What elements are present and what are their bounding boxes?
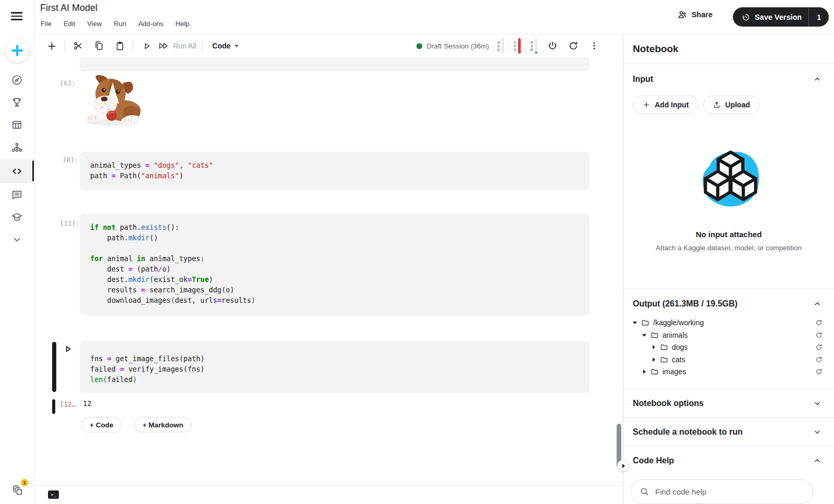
code-cell[interactable]: if not path.exists(): path.mkdir() for a… <box>80 214 590 316</box>
scissors-icon <box>73 41 83 51</box>
tree-row-cats[interactable]: cats <box>631 353 823 366</box>
left-rail: 1 <box>0 0 34 504</box>
tree-row-kaggle-working[interactable]: /kaggle/working <box>631 316 823 329</box>
comment-icon <box>11 189 23 201</box>
tree-row-dogs[interactable]: dogs <box>631 341 823 353</box>
caret-down-icon[interactable] <box>640 333 648 338</box>
code-help-search-input[interactable] <box>655 487 804 496</box>
meter-divider <box>525 38 526 54</box>
code-cell-selected[interactable]: fns = get_image_files(path)failed = veri… <box>80 341 590 393</box>
code-line: if not path.exists(): <box>90 222 579 232</box>
chevron-down-icon[interactable] <box>813 428 821 436</box>
copy-button[interactable] <box>92 39 106 53</box>
rail-item-competitions[interactable] <box>0 91 34 114</box>
tree-node-label: images <box>663 367 686 376</box>
notebook-options-header[interactable]: Notebook options <box>623 389 834 417</box>
output-section-header[interactable]: Output (261.3MB / 19.5GB) <box>623 289 834 315</box>
menu-help[interactable]: Help <box>176 20 190 28</box>
code-line: for animal in animal_types: <box>90 253 579 264</box>
version-count-badge[interactable]: 1 <box>809 13 829 21</box>
menu-edit[interactable]: Edit <box>64 20 75 28</box>
code-line <box>90 243 579 253</box>
table-icon <box>11 119 23 131</box>
tree-row-animals[interactable]: animals <box>631 329 823 341</box>
more-options-button[interactable] <box>587 39 601 53</box>
menu-file[interactable]: File <box>41 20 52 28</box>
share-button[interactable]: Share <box>677 9 713 20</box>
play-icon <box>64 345 72 353</box>
chevron-up-icon[interactable] <box>813 457 821 465</box>
run-cell-button[interactable] <box>140 39 153 53</box>
tree-row-images[interactable]: images <box>631 365 823 378</box>
rail-item-datasets[interactable] <box>0 114 34 136</box>
dropdown-caret-icon <box>235 45 239 47</box>
code-line: fns = get_image_files(path) <box>90 353 579 364</box>
code-editor[interactable]: animal_types = "dogs", "cats"path = Path… <box>90 160 579 181</box>
cell-type-dropdown[interactable]: Code <box>212 42 239 50</box>
active-events-button[interactable]: 1 <box>11 484 25 497</box>
refresh-icon[interactable] <box>815 331 823 339</box>
power-off-button[interactable] <box>546 39 559 53</box>
paste-button[interactable] <box>113 39 127 53</box>
refresh-icon[interactable] <box>815 368 823 375</box>
rail-item-discussions[interactable] <box>0 183 34 206</box>
rail-item-models[interactable] <box>0 136 34 158</box>
cut-button[interactable] <box>71 39 85 53</box>
partial-code-cell[interactable] <box>80 57 590 71</box>
refresh-icon[interactable] <box>815 356 823 363</box>
caret-down-icon[interactable] <box>631 320 639 325</box>
session-status-dot <box>416 43 422 49</box>
model-tree-icon <box>11 141 23 153</box>
add-markdown-cell-button[interactable]: + Markdown <box>134 417 191 433</box>
schedule-header[interactable]: Schedule a notebook to run <box>623 417 834 446</box>
run-this-cell-button[interactable] <box>64 345 72 355</box>
restart-session-button[interactable] <box>567 39 580 53</box>
add-code-cell-button[interactable]: + Code <box>81 417 121 433</box>
add-cell-button[interactable] <box>45 39 58 53</box>
rail-item-learn[interactable] <box>0 206 34 228</box>
menu-addons[interactable]: Add-ons <box>138 20 163 28</box>
caret-right-icon[interactable] <box>649 345 658 350</box>
add-input-button[interactable]: Add Input <box>633 95 698 114</box>
refresh-icon[interactable] <box>815 319 823 326</box>
menu-view[interactable]: View <box>87 20 102 28</box>
input-section-header[interactable]: Input <box>623 64 834 94</box>
chevron-up-icon[interactable] <box>813 75 821 83</box>
terminal-icon[interactable]: >_ <box>48 490 59 499</box>
history-clock-icon <box>741 13 751 22</box>
hamburger-menu-icon[interactable] <box>11 12 22 20</box>
create-button[interactable] <box>5 39 29 63</box>
save-version-main[interactable]: Save Version <box>733 13 808 22</box>
power-icon <box>547 41 558 51</box>
no-input-empty-state: No input attached Attach a Kaggle datase… <box>623 147 834 252</box>
save-version-button[interactable]: Save Version 1 <box>733 7 829 27</box>
caret-right-icon[interactable] <box>640 369 648 374</box>
ram-usage-bar <box>535 38 537 54</box>
code-help-section: Code Help <box>623 446 834 504</box>
folder-icon <box>641 318 649 327</box>
code-cell[interactable]: animal_types = "dogs", "cats"path = Path… <box>80 152 590 190</box>
empty-state-title: No input attached <box>623 230 834 239</box>
input-section: Input Add Input Upload <box>623 64 834 290</box>
rail-item-home[interactable] <box>0 69 34 91</box>
code-line: len(failed) <box>90 374 579 385</box>
right-panel: Notebook Input Add Input Upload <box>623 34 834 504</box>
kebab-menu-icon <box>590 41 599 51</box>
code-line: results = search_images_ddg(o) <box>90 285 579 295</box>
rail-item-more[interactable] <box>0 228 34 251</box>
panel-collapse-button[interactable] <box>617 460 629 472</box>
menu-run[interactable]: Run <box>114 20 126 28</box>
refresh-icon[interactable] <box>815 343 823 351</box>
rail-item-code[interactable] <box>0 158 34 183</box>
chevron-down-icon[interactable] <box>813 399 821 408</box>
chevron-up-icon[interactable] <box>813 300 821 308</box>
code-editor[interactable]: if not path.exists(): path.mkdir() for a… <box>90 222 579 305</box>
upload-button[interactable]: Upload <box>703 95 759 114</box>
code-help-searchbox[interactable] <box>631 479 813 504</box>
code-editor[interactable]: fns = get_image_files(path)failed = veri… <box>90 353 579 385</box>
run-all-button[interactable]: Run All <box>158 42 196 50</box>
code-help-header[interactable]: Code Help <box>623 446 834 475</box>
top-header: First AI Model File Edit View Run Add-on… <box>34 0 834 34</box>
output-indicator <box>52 399 55 414</box>
caret-right-icon[interactable] <box>649 357 658 362</box>
